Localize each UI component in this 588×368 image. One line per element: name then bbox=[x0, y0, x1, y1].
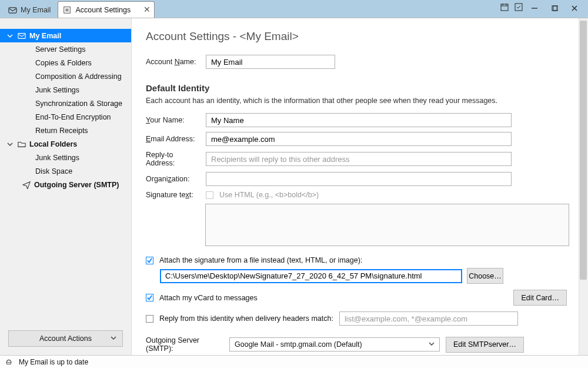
reply-to-input[interactable] bbox=[206, 152, 512, 166]
tab-account-settings[interactable]: Account Settings ✕ bbox=[58, 1, 155, 18]
default-identity-heading: Default Identity bbox=[146, 83, 567, 93]
scroll-thumb[interactable] bbox=[580, 21, 587, 280]
attach-file-label: Attach the signature from a file instead… bbox=[159, 256, 362, 264]
sidebar-item-copies-folders[interactable]: Copies & Folders bbox=[0, 56, 131, 69]
reply-headers-input[interactable] bbox=[339, 311, 518, 326]
vcard-row: Attach my vCard to messages Edit Card… bbox=[146, 290, 567, 306]
reply-to-row: Reply-to Address: bbox=[146, 151, 567, 167]
calendar-icon[interactable] bbox=[500, 2, 509, 14]
account-name-row: Account Name: bbox=[146, 55, 567, 69]
account-name-input[interactable] bbox=[206, 55, 335, 69]
sidebar-item-return-receipts[interactable]: Return Receipts bbox=[0, 124, 131, 137]
signature-text-label: Signature text: bbox=[146, 191, 200, 199]
edit-card-button[interactable]: Edit Card… bbox=[513, 290, 567, 306]
account-name-label: Account Name: bbox=[146, 58, 200, 66]
organization-label: Organization: bbox=[146, 175, 200, 183]
account-actions-label: Account Actions bbox=[39, 334, 92, 343]
svg-rect-6 bbox=[18, 33, 25, 38]
svg-rect-2 bbox=[501, 4, 508, 11]
close-icon[interactable]: ✕ bbox=[143, 5, 151, 14]
choose-file-button[interactable]: Choose… bbox=[467, 268, 503, 284]
sidebar-item-server-settings[interactable]: Server Settings bbox=[0, 42, 131, 56]
folder-icon bbox=[18, 140, 26, 148]
edit-smtp-button[interactable]: Edit SMTP server… bbox=[446, 337, 524, 353]
close-button[interactable] bbox=[564, 1, 584, 15]
page-title: Account Settings - <My Email> bbox=[146, 30, 567, 43]
scrollbar[interactable] bbox=[579, 18, 588, 355]
vcard-label: Attach my vCard to messages bbox=[159, 294, 258, 302]
svg-rect-5 bbox=[553, 6, 558, 11]
your-name-label: Your Name: bbox=[146, 116, 200, 124]
send-icon bbox=[22, 181, 31, 189]
status-text: My Email is up to date bbox=[19, 358, 88, 366]
sidebar-item-e2e[interactable]: End-To-End Encryption bbox=[0, 110, 131, 124]
settings-tab-icon bbox=[63, 6, 71, 14]
attach-file-checkbox[interactable] bbox=[146, 257, 153, 264]
organization-row: Organization: bbox=[146, 172, 567, 186]
svg-rect-7 bbox=[7, 363, 11, 364]
email-input[interactable] bbox=[206, 132, 512, 146]
toolbar-extra-icons bbox=[500, 2, 523, 14]
sidebar: My Email Server Settings Copies & Folder… bbox=[0, 18, 132, 355]
reply-headers-row: Reply from this identity when delivery h… bbox=[146, 311, 567, 326]
use-html-label: Use HTML (e.g., <b>bold</b>) bbox=[219, 191, 319, 199]
sidebar-account-root[interactable]: My Email bbox=[0, 29, 131, 42]
email-label: Email Address: bbox=[146, 135, 200, 143]
account-actions-button[interactable]: Account Actions bbox=[8, 330, 123, 347]
your-name-row: Your Name: bbox=[146, 113, 567, 127]
sidebar-root-label: My Email bbox=[29, 32, 61, 40]
chevron-down-icon bbox=[429, 340, 435, 349]
outgoing-server-label: Outgoing Server (SMTP): bbox=[146, 336, 223, 353]
sidebar-local-folders[interactable]: Local Folders bbox=[0, 137, 131, 151]
sidebar-item-local-junk[interactable]: Junk Settings bbox=[0, 151, 131, 164]
svg-rect-3 bbox=[515, 4, 522, 11]
vcard-checkbox[interactable] bbox=[146, 294, 153, 301]
mail-app-icon bbox=[8, 6, 17, 15]
signature-textarea bbox=[205, 204, 569, 246]
sidebar-item-sync[interactable]: Synchronization & Storage bbox=[0, 97, 131, 110]
attach-file-row: Attach the signature from a file instead… bbox=[146, 256, 567, 264]
reply-headers-checkbox[interactable] bbox=[146, 315, 153, 323]
svg-rect-0 bbox=[9, 7, 16, 12]
maximize-button[interactable] bbox=[544, 1, 564, 15]
outgoing-server-select[interactable]: Google Mail - smtp.gmail.com (Default) bbox=[229, 337, 440, 352]
use-html-checkbox bbox=[206, 191, 213, 199]
email-row: Email Address: bbox=[146, 132, 567, 146]
sidebar-item-composition[interactable]: Composition & Addressing bbox=[0, 69, 131, 83]
sync-icon bbox=[5, 357, 13, 367]
signature-file-path-input[interactable] bbox=[160, 269, 462, 283]
mail-icon bbox=[18, 32, 26, 40]
window-controls bbox=[524, 0, 584, 16]
chevron-down-icon bbox=[7, 33, 14, 39]
body: My Email Server Settings Copies & Folder… bbox=[0, 18, 588, 355]
chevron-down-icon bbox=[7, 141, 14, 147]
main-content: Account Settings - <My Email> Account Na… bbox=[132, 18, 588, 355]
chevron-down-icon bbox=[111, 334, 116, 343]
default-identity-desc: Each account has an identity, which is t… bbox=[146, 97, 567, 105]
svg-rect-4 bbox=[552, 6, 557, 11]
tab-my-email-label: My Email bbox=[21, 6, 51, 14]
tab-account-settings-label: Account Settings bbox=[75, 6, 131, 14]
sidebar-item-disk-space[interactable]: Disk Space bbox=[0, 164, 131, 178]
reply-to-label: Reply-to Address: bbox=[146, 151, 200, 167]
attach-file-path-row: Choose… bbox=[160, 268, 567, 284]
signature-text-row: Signature text: Use HTML (e.g., <b>bold<… bbox=[146, 191, 567, 199]
outgoing-server-row: Outgoing Server (SMTP): Google Mail - sm… bbox=[146, 336, 567, 353]
tasks-icon[interactable] bbox=[514, 2, 523, 14]
organization-input[interactable] bbox=[206, 172, 512, 186]
sidebar-outgoing-smtp[interactable]: Outgoing Server (SMTP) bbox=[0, 178, 131, 191]
reply-headers-label: Reply from this identity when delivery h… bbox=[159, 314, 333, 323]
your-name-input[interactable] bbox=[206, 113, 512, 127]
titlebar: My Email Account Settings ✕ bbox=[0, 0, 588, 18]
minimize-button[interactable] bbox=[524, 1, 544, 15]
outgoing-server-value: Google Mail - smtp.gmail.com (Default) bbox=[235, 340, 362, 349]
status-bar: My Email is up to date bbox=[0, 355, 588, 368]
sidebar-item-junk[interactable]: Junk Settings bbox=[0, 83, 131, 97]
tab-my-email[interactable]: My Email bbox=[4, 2, 58, 18]
